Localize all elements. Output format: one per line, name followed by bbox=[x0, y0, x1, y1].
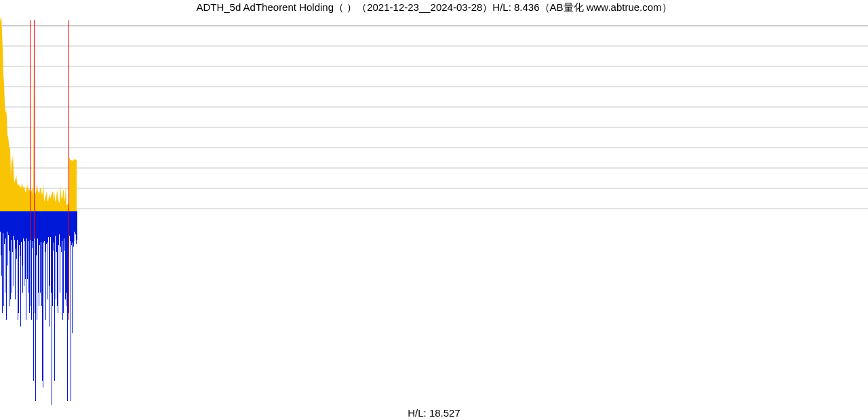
chart-title: ADTH_5d AdTheorent Holding（ ）（2021-12-23… bbox=[0, 1, 868, 14]
chart-canvas bbox=[0, 15, 868, 405]
chart-footer: H/L: 18.527 bbox=[0, 407, 868, 419]
